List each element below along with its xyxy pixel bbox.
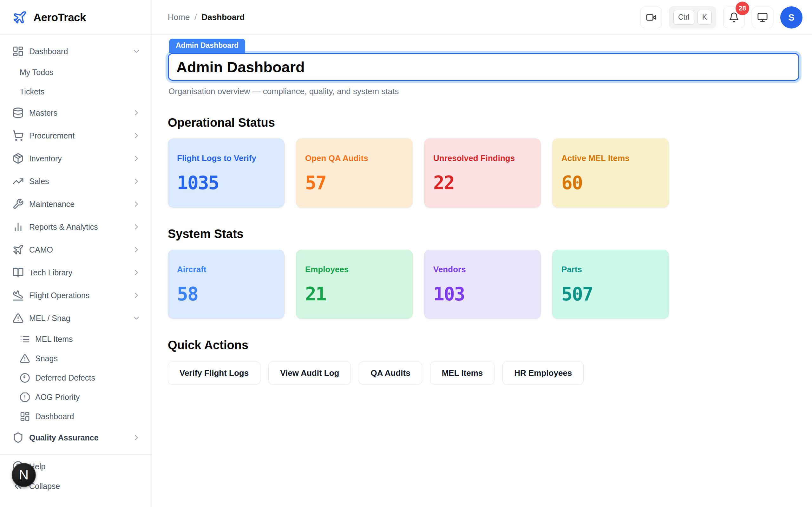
chevron-right-icon[interactable] bbox=[132, 268, 141, 277]
package-icon bbox=[12, 153, 24, 164]
dashboard-content: Admin Dashboard Organisation overview — … bbox=[152, 35, 812, 384]
sidebar-item-snags[interactable]: Snags bbox=[0, 349, 152, 368]
stat-card-value: 103 bbox=[433, 283, 531, 305]
sidebar-item-reports-analytics[interactable]: Reports & Analytics bbox=[0, 216, 152, 238]
chevron-right-icon[interactable] bbox=[132, 154, 141, 163]
layout-dashboard-icon bbox=[12, 46, 24, 57]
list-icon bbox=[20, 334, 30, 344]
stat-card-label: Parts bbox=[561, 265, 660, 274]
page-tab-badge: Admin Dashboard bbox=[169, 39, 245, 53]
sidebar-item-flight-operations[interactable]: Flight Operations bbox=[0, 284, 152, 307]
stat-card-value: 21 bbox=[305, 283, 403, 305]
mel-items-button[interactable]: MEL Items bbox=[430, 361, 495, 384]
sidebar-item-tickets[interactable]: Tickets bbox=[0, 82, 152, 101]
sidebar-item-aog-priority[interactable]: AOG Priority bbox=[0, 388, 152, 407]
app-logo[interactable]: AeroTrack bbox=[0, 0, 152, 35]
command-palette-shortcut[interactable]: Ctrl K bbox=[669, 6, 716, 29]
header-actions: Ctrl K 28 S bbox=[641, 6, 803, 29]
plane-landing-icon bbox=[12, 290, 24, 301]
main-area: Home / Dashboard Ctrl K 28 S Adm bbox=[152, 0, 812, 507]
verify-flight-logs-button[interactable]: Verify Flight Logs bbox=[168, 361, 260, 384]
k-key: K bbox=[698, 10, 712, 25]
section-heading-quick-actions: Quick Actions bbox=[168, 338, 799, 352]
screen-record-button[interactable] bbox=[641, 7, 662, 28]
sidebar: AeroTrack Dashboard My Todos Tickets Mas… bbox=[0, 0, 152, 507]
stat-card-parts[interactable]: Parts 507 bbox=[552, 250, 669, 319]
breadcrumb-current: Dashboard bbox=[202, 12, 245, 22]
view-audit-log-button[interactable]: View Audit Log bbox=[268, 361, 351, 384]
chevron-right-icon[interactable] bbox=[132, 291, 141, 300]
chevron-right-icon[interactable] bbox=[132, 222, 141, 231]
stat-card-active-mel-items[interactable]: Active MEL Items 60 bbox=[552, 138, 669, 208]
shield-icon bbox=[12, 432, 24, 443]
notifications-button[interactable]: 28 bbox=[723, 7, 745, 28]
stat-card-label: Employees bbox=[305, 265, 403, 274]
sidebar-item-mel-snag[interactable]: MEL / Snag bbox=[0, 307, 152, 330]
display-mode-button[interactable] bbox=[752, 7, 773, 28]
qa-audits-button[interactable]: QA Audits bbox=[359, 361, 422, 384]
sidebar-item-quality-assurance[interactable]: Quality Assurance bbox=[0, 426, 152, 449]
page-subtitle: Organisation overview — compliance, qual… bbox=[168, 87, 799, 96]
stat-card-value: 60 bbox=[561, 172, 660, 193]
page-title-input[interactable] bbox=[168, 53, 799, 81]
sidebar-item-dashboard[interactable]: Dashboard bbox=[0, 40, 152, 63]
stat-card-value: 1035 bbox=[177, 172, 275, 193]
section-heading-system-stats: System Stats bbox=[168, 227, 799, 241]
shopping-cart-icon bbox=[12, 130, 24, 141]
stat-card-vendors[interactable]: Vendors 103 bbox=[424, 250, 541, 319]
hr-employees-button[interactable]: HR Employees bbox=[502, 361, 583, 384]
plane-icon bbox=[12, 244, 24, 256]
breadcrumb-separator: / bbox=[194, 12, 197, 22]
breadcrumb-home[interactable]: Home bbox=[168, 12, 190, 22]
system-stats-cards: Aircraft 58 Employees 21 Vendors 103 Par… bbox=[168, 250, 799, 319]
chevron-right-icon[interactable] bbox=[132, 245, 141, 254]
chevron-right-icon[interactable] bbox=[132, 108, 141, 117]
stat-card-value: 58 bbox=[177, 283, 275, 305]
sidebar-item-deferred-defects[interactable]: Deferred Defects bbox=[0, 368, 152, 388]
sidebar-item-inventory[interactable]: Inventory bbox=[0, 147, 152, 170]
notification-count-badge: 28 bbox=[735, 2, 749, 15]
chevron-right-icon[interactable] bbox=[132, 177, 141, 186]
nextjs-dev-badge[interactable]: N bbox=[12, 463, 36, 487]
sidebar-item-sales[interactable]: Sales bbox=[0, 170, 152, 193]
user-avatar[interactable]: S bbox=[780, 6, 803, 29]
chevron-down-icon[interactable] bbox=[132, 314, 141, 323]
sidebar-item-camo[interactable]: CAMO bbox=[0, 238, 152, 261]
stat-card-label: Flight Logs to Verify bbox=[177, 153, 275, 163]
chevron-down-icon[interactable] bbox=[132, 47, 141, 56]
bar-chart-icon bbox=[12, 221, 24, 233]
sidebar-item-mel-dashboard[interactable]: Dashboard bbox=[0, 407, 152, 426]
plane-logo-icon bbox=[12, 10, 27, 25]
top-header: Home / Dashboard Ctrl K 28 S bbox=[152, 0, 812, 35]
video-icon bbox=[646, 12, 657, 23]
stat-card-unresolved-findings[interactable]: Unresolved Findings 22 bbox=[424, 138, 541, 208]
stat-card-employees[interactable]: Employees 21 bbox=[296, 250, 413, 319]
stat-card-label: Unresolved Findings bbox=[433, 153, 531, 163]
sidebar-item-masters[interactable]: Masters bbox=[0, 101, 152, 124]
clock-icon bbox=[20, 373, 30, 383]
stat-card-value: 507 bbox=[561, 283, 660, 305]
stat-card-open-qa-audits[interactable]: Open QA Audits 57 bbox=[296, 138, 413, 208]
chevron-right-icon[interactable] bbox=[132, 433, 141, 442]
trending-up-icon bbox=[12, 176, 24, 187]
sidebar-item-my-todos[interactable]: My Todos bbox=[0, 63, 152, 82]
chevron-right-icon[interactable] bbox=[132, 200, 141, 209]
alert-triangle-icon bbox=[20, 353, 30, 364]
stat-card-label: Active MEL Items bbox=[561, 153, 660, 163]
alert-triangle-icon bbox=[12, 313, 24, 324]
section-heading-operational-status: Operational Status bbox=[168, 116, 799, 130]
monitor-icon bbox=[757, 12, 768, 23]
sidebar-item-tech-library[interactable]: Tech Library bbox=[0, 261, 152, 284]
database-icon bbox=[12, 107, 24, 118]
sidebar-item-maintenance[interactable]: Maintenance bbox=[0, 193, 152, 216]
stat-card-label: Aircraft bbox=[177, 265, 275, 274]
chevron-right-icon[interactable] bbox=[132, 131, 141, 140]
wrench-icon bbox=[12, 199, 24, 210]
sidebar-item-mel-items[interactable]: MEL Items bbox=[0, 330, 152, 349]
stat-card-aircraft[interactable]: Aircraft 58 bbox=[168, 250, 285, 319]
stat-card-flight-logs-to-verify[interactable]: Flight Logs to Verify 1035 bbox=[168, 138, 285, 208]
ctrl-key: Ctrl bbox=[673, 10, 694, 25]
breadcrumb: Home / Dashboard bbox=[168, 12, 245, 22]
sidebar-item-procurement[interactable]: Procurement bbox=[0, 124, 152, 147]
stat-card-label: Vendors bbox=[433, 265, 531, 274]
